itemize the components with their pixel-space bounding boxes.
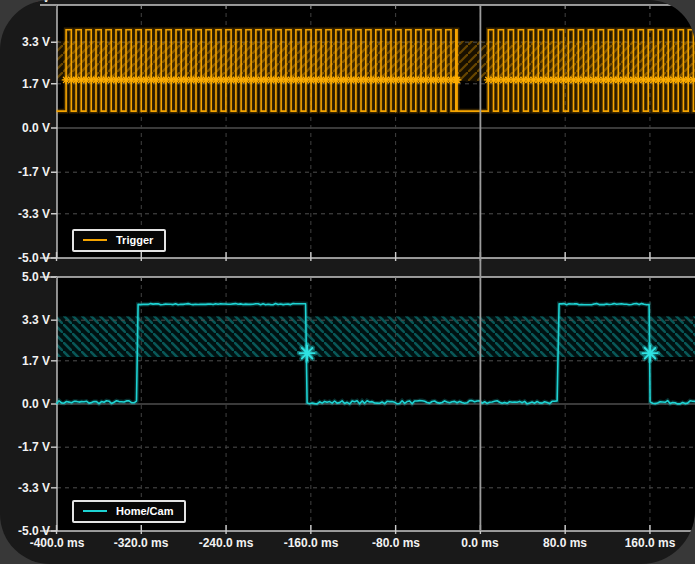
y-axis-label: 1.7 V (4, 353, 50, 369)
homecam-legend[interactable]: Home/Cam (72, 500, 186, 523)
x-axis-label: -240.0 ms (184, 536, 268, 550)
y-axis-label: -3.3 V (4, 480, 50, 496)
trigger-legend-label: Trigger (116, 234, 153, 246)
homecam-legend-label: Home/Cam (116, 505, 173, 517)
scope-window: 5.0 V 3.3 V 1.7 V 0.0 V -1.7 V -3.3 V -5… (0, 0, 695, 564)
edge-marker-star (643, 346, 658, 361)
edge-marker-star (453, 76, 461, 84)
trigger-legend-swatch (83, 239, 107, 241)
y-axis-label: -3.3 V (4, 206, 50, 222)
trigger-legend[interactable]: Trigger (72, 229, 166, 252)
x-axis-label: 80.0 ms (523, 536, 607, 550)
homecam-legend-swatch (83, 510, 107, 512)
y-axis-label: 3.3 V (4, 312, 50, 328)
plots-canvas (0, 0, 695, 564)
x-axis-label: 0.0 ms (438, 536, 522, 550)
y-axis-label: -1.7 V (4, 164, 50, 180)
trigger-plot (40, 5, 695, 261)
homecam-plot (40, 277, 695, 534)
edge-marker-star (300, 346, 315, 361)
y-axis-label: 0.0 V (4, 396, 50, 412)
x-axis-label: -400.0 ms (15, 536, 99, 550)
x-axis-label: -80.0 ms (354, 536, 438, 550)
home-cam-threshold-band-hatch (57, 316, 695, 357)
x-axis-label: -160.0 ms (269, 536, 353, 550)
y-axis-label: 3.3 V (4, 34, 50, 50)
y-axis-label: -1.7 V (4, 439, 50, 455)
desktop-background: { "x_axis": { "unit": "ms", "tick_labels… (0, 0, 695, 564)
x-axis-label: -320.0 ms (99, 536, 183, 550)
y-axis-label: 5.0 V (4, 0, 50, 6)
y-axis-label: 1.7 V (4, 76, 50, 92)
x-axis-label: 160.0 ms (608, 536, 692, 550)
y-axis-label: 0.0 V (4, 120, 50, 136)
y-axis-label: 5.0 V (4, 269, 50, 285)
y-axis-label: -5.0 V (4, 250, 50, 266)
